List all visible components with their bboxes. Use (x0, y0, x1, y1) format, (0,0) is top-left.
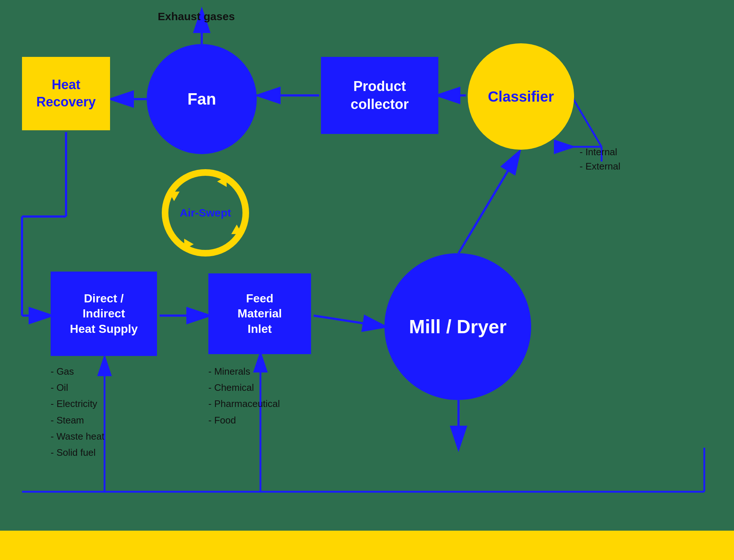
heat-supply-label: Direct /IndirectHeat Supply (70, 291, 138, 337)
feed-item-pharmaceutical: - Pharmaceutical (208, 396, 280, 412)
heat-item-solid-fuel: - Solid fuel (51, 444, 104, 461)
heat-item-steam: - Steam (51, 412, 104, 428)
mill-dryer-label: Mill / Dryer (409, 316, 507, 338)
heat-recovery-node: HeatRecovery (22, 57, 110, 130)
feed-material-node: FeedMaterialInlet (208, 273, 311, 354)
feed-item-minerals: - Minerals (208, 363, 280, 379)
heat-item-oil: - Oil (51, 379, 104, 396)
air-swept-label: Air-Swept (180, 207, 231, 219)
air-swept-node: Air-Swept (158, 165, 253, 261)
fan-label: Fan (187, 90, 216, 108)
bottom-bar (0, 531, 734, 560)
exhaust-gases-label: Exhaust gases (158, 10, 235, 23)
product-collector-node: Productcollector (321, 57, 438, 134)
heat-recovery-label: HeatRecovery (36, 76, 96, 111)
heat-item-electricity: - Electricity (51, 396, 104, 412)
heat-supply-node: Direct /IndirectHeat Supply (51, 272, 157, 356)
heat-supply-items: - Gas - Oil - Electricity - Steam - Wast… (51, 363, 104, 461)
classifier-label: Classifier (488, 88, 554, 105)
feed-item-food: - Food (208, 412, 280, 428)
classifier-node: Classifier (468, 43, 574, 150)
svg-line-13 (314, 316, 384, 327)
svg-line-15 (572, 97, 602, 147)
fan-node: Fan (147, 44, 257, 154)
feed-material-items: - Minerals - Chemical - Pharmaceutical -… (208, 363, 280, 428)
classifier-options-label: - Internal - External (580, 145, 620, 174)
internal-label: - Internal (580, 145, 620, 159)
heat-item-gas: - Gas (51, 363, 104, 379)
mill-dryer-node: Mill / Dryer (384, 253, 531, 400)
product-collector-label: Productcollector (351, 77, 409, 114)
feed-material-label: FeedMaterialInlet (238, 291, 282, 337)
heat-item-waste-heat: - Waste heat (51, 428, 104, 444)
external-label: - External (580, 159, 620, 174)
svg-line-14 (459, 152, 519, 253)
diagram-container: Exhaust gases Fan HeatRecovery Productco… (0, 0, 734, 560)
feed-item-chemical: - Chemical (208, 379, 280, 396)
